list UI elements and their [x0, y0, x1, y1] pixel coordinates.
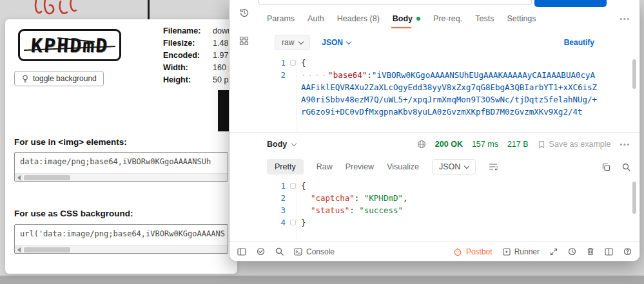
- editor-scrollbar[interactable]: [632, 59, 636, 89]
- response-tabs: Pretty Raw Preview Visualize JSON: [267, 158, 630, 176]
- editor-line: 2 ····"base64":"iVBORw0KGgoAAAANSUhEUgAA…: [259, 69, 600, 118]
- tab-headers[interactable]: Headers (8): [337, 14, 380, 23]
- tab-preview[interactable]: Preview: [346, 162, 374, 171]
- captcha-text: KPHDmD: [30, 34, 110, 57]
- response-status: 200 OK: [435, 140, 463, 149]
- fold-icon[interactable]: [290, 220, 296, 225]
- lightbulb-icon: [21, 75, 29, 83]
- response-body-dropdown[interactable]: Body: [267, 140, 296, 149]
- horizontal-scrollbar[interactable]: [15, 245, 228, 253]
- img-datauri-field[interactable]: data:image/png;base64,iVBORw0KGgoAAAANSU…: [14, 152, 228, 182]
- sidebar-toggle-icon[interactable]: [237, 248, 246, 256]
- response-format-value: JSON: [439, 162, 460, 171]
- meta-label: Encoded:: [163, 50, 213, 62]
- cookies-icon[interactable]: [568, 247, 576, 256]
- response-format-dropdown[interactable]: JSON: [432, 159, 476, 175]
- body-content-dot: [416, 17, 420, 21]
- json-key: "base64": [328, 70, 367, 80]
- request-tabs: Params Auth Headers (8) Body Pre-req. Te…: [267, 10, 630, 27]
- response-more-icon[interactable]: •••: [620, 141, 630, 148]
- history-icon[interactable]: [239, 8, 249, 18]
- chevron-down-icon: [298, 39, 304, 44]
- line-number: 1: [259, 57, 286, 69]
- meta-label: Height:: [163, 74, 213, 86]
- check-circle-icon[interactable]: [257, 247, 265, 256]
- search-icon[interactable]: [622, 163, 630, 171]
- tab-settings[interactable]: Settings: [507, 14, 536, 23]
- body-format-dropdown[interactable]: JSON: [322, 38, 351, 47]
- fold-icon[interactable]: [290, 183, 296, 189]
- body-type-dropdown[interactable]: raw: [275, 35, 310, 50]
- css-datauri-field[interactable]: url('data:image/png;base64,iVBORw0KGgoAA…: [14, 224, 228, 254]
- console-button[interactable]: Console: [294, 247, 335, 256]
- toggle-background-button[interactable]: toggle background: [14, 71, 104, 86]
- tab-visualize[interactable]: Visualize: [387, 162, 419, 171]
- grid-icon[interactable]: [239, 36, 249, 46]
- captcha-details-panel: KPHDmD toggle background Filename:downl …: [5, 19, 237, 274]
- send-button[interactable]: [534, 0, 607, 7]
- line-number: 3: [259, 204, 286, 216]
- postbot-label: Postbot: [466, 247, 493, 256]
- editor-line: 1 {: [259, 57, 600, 69]
- json-colon: :: [349, 205, 359, 215]
- wrap-text-icon[interactable]: [489, 163, 498, 171]
- meta-row: Width:160 px: [163, 62, 237, 74]
- meta-label: Width:: [163, 62, 213, 74]
- json-string-value: "success": [359, 205, 403, 215]
- chevron-down-icon: [346, 39, 351, 44]
- response-code: "captcha": "KPHDmD",: [301, 192, 600, 204]
- tab-auth[interactable]: Auth: [307, 14, 324, 23]
- css-datauri-value[interactable]: url('data:image/png;base64,iVBORw0KGgoAA…: [15, 225, 228, 238]
- meta-label: Filesize:: [163, 37, 213, 50]
- help-icon[interactable]: [623, 247, 632, 256]
- response-code: }: [301, 216, 600, 229]
- horizontal-scrollbar[interactable]: [15, 173, 228, 181]
- tab-params[interactable]: Params: [267, 14, 295, 23]
- url-input[interactable]: [259, 0, 532, 5]
- save-as-example-button[interactable]: Save as example: [538, 140, 611, 149]
- fold-icon[interactable]: [290, 60, 296, 66]
- capture-requests-icon[interactable]: [550, 248, 558, 256]
- console-label: Console: [306, 247, 335, 256]
- json-colon: :: [355, 193, 364, 203]
- more-options-icon[interactable]: •••: [620, 15, 630, 23]
- meta-row: Height:50 px: [163, 74, 237, 86]
- line-number: 4: [259, 216, 286, 229]
- response-header: Body 200 OK 157 ms 217 B Save as example: [267, 136, 630, 153]
- globe-icon[interactable]: [417, 140, 426, 149]
- scrollbar-thumb[interactable]: [24, 247, 70, 252]
- postman-window: Params Auth Headers (8) Body Pre-req. Te…: [229, 0, 640, 261]
- postbot-button[interactable]: Postbot: [453, 247, 493, 256]
- split-view-icon[interactable]: [605, 248, 613, 256]
- body-type-value: raw: [282, 38, 294, 47]
- background-bottom-strip: [0, 276, 644, 284]
- bookmark-icon: [538, 140, 545, 149]
- editor-code: {: [301, 57, 600, 69]
- request-left-toolbar: [229, 0, 259, 238]
- copy-icon[interactable]: [602, 163, 610, 171]
- whitespace-dots: ····: [301, 70, 328, 80]
- tab-body[interactable]: Body: [393, 14, 420, 23]
- scrollbar-thumb[interactable]: [24, 175, 70, 180]
- tab-pretty[interactable]: Pretty: [267, 159, 304, 175]
- json-key: "captcha": [311, 193, 355, 203]
- trash-icon[interactable]: [587, 247, 594, 256]
- tab-pre-request[interactable]: Pre-req.: [433, 14, 462, 23]
- scroll-left-arrow[interactable]: [15, 174, 23, 182]
- footer-left-group: Console: [237, 247, 335, 256]
- img-datauri-value[interactable]: data:image/png;base64,iVBORw0KGgoAAAANSU…: [15, 153, 228, 166]
- response-scrollbar[interactable]: [632, 182, 636, 214]
- beautify-button[interactable]: Beautify: [564, 38, 594, 47]
- tab-body-label: Body: [393, 14, 413, 23]
- editor-code: ····"base64":"iVBORw0KGgoAAAANSUhEUgAAAK…: [301, 69, 600, 118]
- find-icon[interactable]: [275, 247, 284, 256]
- tab-tests[interactable]: Tests: [475, 14, 494, 23]
- runner-button[interactable]: Runner: [503, 247, 540, 256]
- scroll-left-arrow[interactable]: [15, 246, 23, 254]
- response-code: "status": "success": [301, 204, 600, 216]
- response-code: {: [301, 180, 600, 192]
- request-body-editor[interactable]: 1 { 2 ····"base64":"iVBORw0KGgoAAAANSUhE…: [259, 57, 600, 130]
- response-body-viewer[interactable]: 1 { 2 "captcha": "KPHDmD", 3 "status": "…: [259, 178, 600, 240]
- footer-right-group: Postbot Runner: [453, 247, 632, 256]
- tab-raw[interactable]: Raw: [317, 162, 333, 171]
